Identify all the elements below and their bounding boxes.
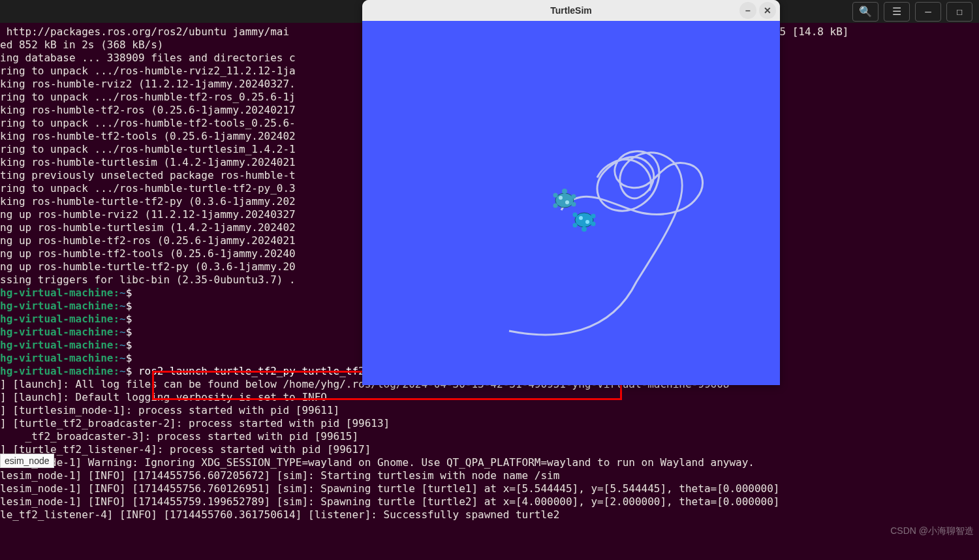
svg-point-14 xyxy=(591,222,596,226)
hover-tooltip: esim_node xyxy=(0,454,54,468)
svg-point-1 xyxy=(559,196,563,200)
menu-icon: ☰ xyxy=(892,5,901,18)
minimize-icon: – xyxy=(745,5,751,16)
turtlesim-window[interactable]: TurtleSim – ✕ xyxy=(362,0,780,385)
watermark-text: CSDN @小海聊智造 xyxy=(890,525,974,537)
svg-point-0 xyxy=(555,193,574,208)
search-button[interactable]: 🔍 xyxy=(852,2,878,22)
maximize-icon: ☐ xyxy=(956,5,963,18)
svg-point-2 xyxy=(565,200,569,204)
turtle2-sprite xyxy=(573,213,596,232)
turtle-trail xyxy=(362,21,780,385)
search-icon: 🔍 xyxy=(859,5,872,18)
svg-point-8 xyxy=(575,213,593,227)
svg-point-7 xyxy=(562,189,567,194)
window-close-button[interactable]: ✕ xyxy=(759,2,776,19)
svg-point-3 xyxy=(553,193,558,198)
svg-point-13 xyxy=(591,214,596,219)
svg-point-10 xyxy=(585,220,589,224)
app-minimize-button[interactable]: – xyxy=(915,2,941,22)
app-maximize-button[interactable]: ☐ xyxy=(946,2,972,22)
turtle-path xyxy=(509,151,702,335)
svg-point-5 xyxy=(572,194,576,199)
close-icon: ✕ xyxy=(764,5,771,16)
svg-point-11 xyxy=(573,213,578,217)
svg-point-6 xyxy=(572,202,576,207)
browser-topbar: 🔍 ☰ – ☐ xyxy=(846,0,979,23)
minimize-icon: – xyxy=(925,5,931,18)
turtlesim-title: TurtleSim xyxy=(550,5,592,16)
turtlesim-titlebar[interactable]: TurtleSim – ✕ xyxy=(362,0,780,21)
svg-point-9 xyxy=(579,216,583,220)
menu-button[interactable]: ☰ xyxy=(884,2,910,22)
svg-point-4 xyxy=(553,204,558,208)
window-minimize-button[interactable]: – xyxy=(739,2,756,19)
turtle1-sprite xyxy=(553,189,576,208)
turtlesim-canvas[interactable] xyxy=(362,21,780,385)
svg-point-12 xyxy=(573,223,578,228)
svg-point-15 xyxy=(582,226,587,232)
